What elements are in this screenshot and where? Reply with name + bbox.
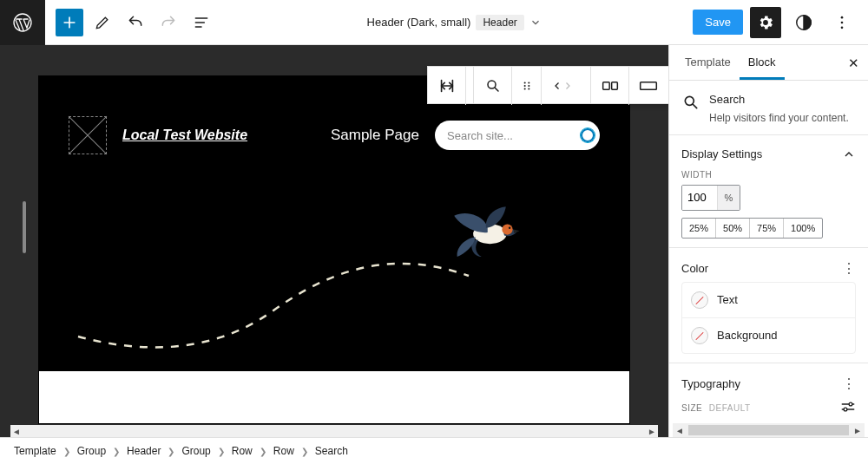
button-with-icon-button[interactable] (629, 67, 667, 105)
scroll-left-arrow[interactable]: ◄ (10, 427, 23, 436)
display-settings-panel: Display Settings Width % 25% 50% 75% 100… (669, 135, 868, 248)
svg-point-22 (849, 402, 852, 406)
undo-button[interactable] (122, 9, 149, 36)
svg-point-12 (528, 85, 529, 87)
scroll-right-arrow[interactable]: ► (646, 427, 658, 436)
display-settings-toggle[interactable]: Display Settings (681, 147, 856, 161)
move-buttons[interactable] (542, 67, 583, 105)
sidebar-scroll-right[interactable]: ► (851, 426, 865, 435)
edit-tool-icon[interactable] (89, 9, 116, 36)
save-button[interactable]: Save (693, 10, 743, 35)
tab-template[interactable]: Template (676, 45, 740, 80)
nav-link-sample-page[interactable]: Sample Page (331, 127, 419, 144)
sliders-icon[interactable] (840, 401, 856, 413)
svg-point-7 (509, 227, 510, 229)
svg-point-13 (523, 88, 525, 89)
color-row-text[interactable]: Text (682, 283, 855, 318)
search-block[interactable]: Search site... (435, 121, 600, 150)
width-preset-75[interactable]: 75% (750, 219, 784, 238)
bird-trail-decoration (74, 258, 473, 363)
document-title: Header (Dark, small) (367, 16, 471, 29)
button-position-button[interactable] (591, 67, 629, 105)
toggle-search-label-button[interactable] (474, 67, 512, 105)
settings-sidebar: Template Block ✕ Search Help visitors fi… (668, 45, 868, 437)
site-logo-placeholder[interactable] (69, 116, 107, 154)
canvas-content-area (39, 371, 629, 423)
svg-point-21 (685, 96, 694, 105)
options-menu-button[interactable] (826, 7, 858, 38)
color-row-background[interactable]: Background (682, 318, 855, 353)
svg-point-4 (841, 26, 844, 29)
sidebar-scroll-left[interactable]: ◄ (673, 426, 687, 435)
close-sidebar-button[interactable]: ✕ (848, 56, 859, 71)
settings-button[interactable] (750, 7, 781, 38)
template-canvas[interactable]: Local Test Website Sample Page Search si… (39, 76, 629, 423)
svg-point-3 (841, 21, 844, 23)
list-view-button[interactable] (187, 9, 215, 36)
editor-canvas-area: Local Test Website Sample Page Search si… (0, 45, 668, 437)
svg-rect-15 (602, 82, 609, 89)
width-preset-25[interactable]: 25% (682, 219, 716, 238)
svg-rect-17 (641, 82, 657, 89)
color-panel-options-icon[interactable]: ⋮ (842, 260, 856, 277)
color-panel-header[interactable]: Color ⋮ (681, 260, 856, 277)
svg-point-10 (528, 82, 529, 83)
svg-point-23 (844, 408, 847, 411)
svg-point-9 (523, 82, 525, 83)
chevron-up-icon (842, 147, 856, 161)
sidebar-horizontal-scrollbar[interactable]: ◄ ► (673, 423, 865, 437)
wordpress-logo-button[interactable] (0, 0, 45, 45)
block-title: Search (709, 93, 849, 106)
size-label: Size (681, 403, 702, 413)
width-input[interactable]: % (681, 185, 740, 211)
block-summary-panel: Search Help visitors find your content. (669, 81, 868, 135)
document-title-area[interactable]: Header (Dark, small) Header (215, 15, 693, 30)
canvas-horizontal-scrollbar[interactable]: ◄ ► (10, 425, 658, 437)
sidebar-scroll-thumb[interactable] (688, 425, 849, 435)
document-type-chip: Header (476, 15, 523, 30)
top-toolbar: Header (Dark, small) Header Save (0, 0, 868, 45)
breadcrumb-item[interactable]: Template (14, 445, 56, 457)
svg-point-11 (523, 85, 525, 87)
block-breadcrumb: Template❯ Group❯ Header❯ Group❯ Row❯ Row… (0, 437, 868, 464)
bird-illustration (447, 202, 525, 263)
search-selection-indicator (581, 128, 595, 142)
add-block-button[interactable] (56, 9, 83, 36)
site-title[interactable]: Local Test Website (122, 127, 247, 143)
resize-handle-left[interactable] (23, 201, 26, 253)
breadcrumb-item[interactable]: Group (77, 445, 106, 457)
typography-panel-options-icon[interactable]: ⋮ (842, 376, 856, 392)
block-description: Help visitors find your content. (709, 111, 849, 126)
width-preset-100[interactable]: 100% (784, 219, 822, 238)
svg-rect-16 (611, 82, 617, 89)
width-unit-selector[interactable]: % (717, 186, 740, 210)
width-preset-row: 25% 50% 75% 100% (681, 218, 823, 239)
chevron-down-icon (529, 16, 542, 29)
width-preset-50[interactable]: 50% (716, 219, 750, 238)
search-icon (681, 93, 700, 112)
color-panel: Color ⋮ Text Background (669, 248, 868, 363)
breadcrumb-item[interactable]: Row (232, 445, 253, 457)
tab-block[interactable]: Block (740, 45, 785, 80)
block-type-button[interactable] (428, 67, 466, 105)
text-color-swatch (691, 291, 708, 309)
breadcrumb-item[interactable]: Group (181, 445, 210, 457)
typography-panel-header[interactable]: Typography ⋮ (681, 376, 856, 392)
svg-point-2 (841, 16, 844, 18)
width-label: Width (681, 170, 856, 180)
header-row: Local Test Website Sample Page Search si… (69, 116, 600, 154)
breadcrumb-item[interactable]: Header (127, 445, 161, 457)
background-color-swatch (691, 327, 708, 344)
search-placeholder-text: Search site... (447, 129, 513, 142)
width-value-field[interactable] (682, 186, 717, 210)
sidebar-tabs: Template Block ✕ (669, 45, 868, 81)
breadcrumb-item[interactable]: Search (315, 445, 348, 457)
svg-point-8 (488, 81, 496, 88)
svg-point-14 (528, 88, 529, 89)
svg-point-6 (502, 224, 512, 234)
breadcrumb-item[interactable]: Row (273, 445, 294, 457)
redo-button[interactable] (155, 9, 182, 36)
drag-handle[interactable] (512, 67, 542, 105)
size-value: Default (709, 403, 751, 413)
styles-button[interactable] (788, 7, 819, 38)
